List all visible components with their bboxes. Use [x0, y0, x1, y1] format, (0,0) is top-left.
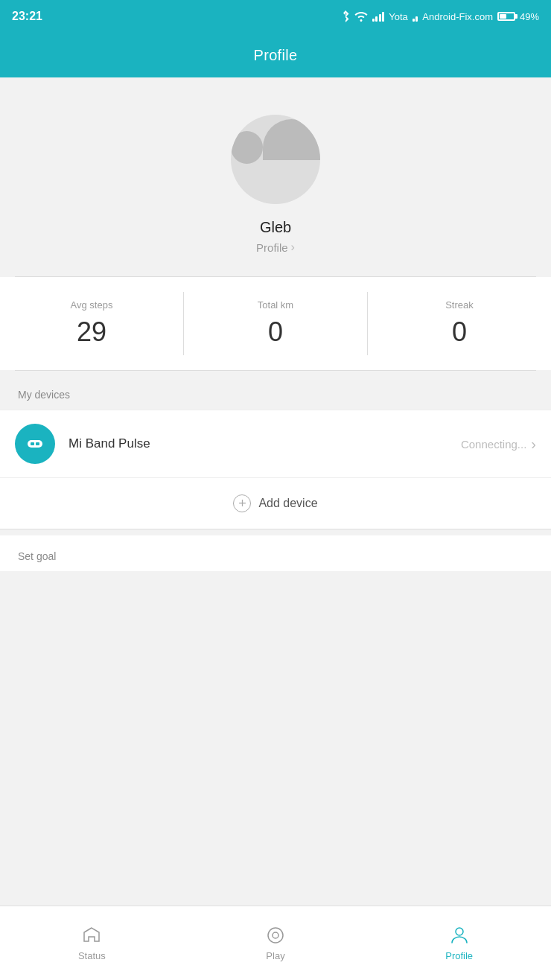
carrier2-label: Android-Fix.com	[422, 11, 493, 22]
svg-rect-0	[28, 440, 42, 448]
device-icon	[15, 424, 55, 464]
chevron-right-icon: ›	[291, 241, 295, 254]
page-title: Profile	[254, 47, 298, 64]
play-nav-label: Play	[266, 950, 284, 961]
nav-item-play[interactable]: Play	[184, 917, 368, 969]
svg-rect-2	[36, 442, 39, 445]
svg-rect-1	[31, 442, 34, 445]
status-nav-icon	[81, 925, 102, 946]
profile-nav-icon	[449, 925, 470, 946]
nav-item-status[interactable]: Status	[0, 917, 184, 969]
stat-total-km: Total km 0	[183, 292, 367, 355]
signal-bars-2	[413, 11, 418, 22]
bottom-nav: Status Play Profile	[0, 906, 551, 980]
set-goal-section: Set goal	[0, 535, 551, 571]
avatar-section: Gleb Profile ›	[0, 77, 551, 276]
status-bar: 23:21 Yota Android-Fix.com 49%	[0, 0, 551, 33]
status-indicators: Yota Android-Fix.com 49%	[341, 10, 539, 22]
play-nav-icon	[265, 925, 286, 946]
avg-steps-value: 29	[77, 316, 106, 348]
nav-item-profile[interactable]: Profile	[367, 917, 551, 969]
status-nav-label: Status	[78, 950, 106, 961]
bluetooth-icon	[341, 10, 350, 22]
profile-nav-label: Profile	[445, 950, 473, 961]
avatar[interactable]	[231, 115, 320, 204]
device-status-label: Connecting...	[461, 438, 526, 451]
total-km-label: Total km	[258, 299, 293, 311]
user-name: Gleb	[260, 219, 291, 236]
profile-link-label: Profile	[256, 241, 288, 254]
profile-link[interactable]: Profile ›	[256, 241, 295, 254]
avatar-body	[263, 119, 320, 160]
streak-value: 0	[452, 316, 467, 348]
add-device-row[interactable]: + Add device	[0, 478, 551, 529]
device-status: Connecting... ›	[461, 436, 536, 453]
svg-point-3	[268, 928, 283, 943]
set-goal-header: Set goal	[0, 535, 551, 571]
battery-indicator	[497, 12, 515, 21]
stats-row: Avg steps 29 Total km 0 Streak 0	[0, 292, 551, 355]
avatar-head	[231, 131, 263, 164]
add-device-label: Add device	[258, 497, 317, 510]
stat-avg-steps: Avg steps 29	[0, 292, 183, 355]
streak-label: Streak	[445, 299, 474, 311]
total-km-value: 0	[268, 316, 283, 348]
time-display: 23:21	[12, 10, 42, 23]
device-row-mi-band[interactable]: Mi Band Pulse Connecting... ›	[0, 410, 551, 478]
devices-bottom-divider	[0, 529, 551, 529]
svg-point-5	[456, 928, 463, 935]
my-devices-section: My devices Mi Band Pulse Connecting... ›…	[0, 371, 551, 529]
wifi-icon	[354, 11, 368, 22]
devices-list: Mi Band Pulse Connecting... › + Add devi…	[0, 410, 551, 529]
mi-band-icon	[24, 433, 46, 455]
stat-streak: Streak 0	[367, 292, 551, 355]
svg-point-4	[273, 932, 278, 938]
battery-percent: 49%	[520, 11, 539, 22]
device-name: Mi Band Pulse	[69, 436, 461, 451]
app-header: Profile	[0, 33, 551, 77]
signal-bars-1	[372, 11, 385, 22]
avg-steps-label: Avg steps	[71, 299, 113, 311]
carrier1-label: Yota	[389, 11, 408, 22]
device-chevron-icon: ›	[531, 436, 536, 453]
add-icon: +	[233, 494, 251, 512]
stats-section: Avg steps 29 Total km 0 Streak 0	[0, 277, 551, 370]
my-devices-header: My devices	[0, 371, 551, 410]
